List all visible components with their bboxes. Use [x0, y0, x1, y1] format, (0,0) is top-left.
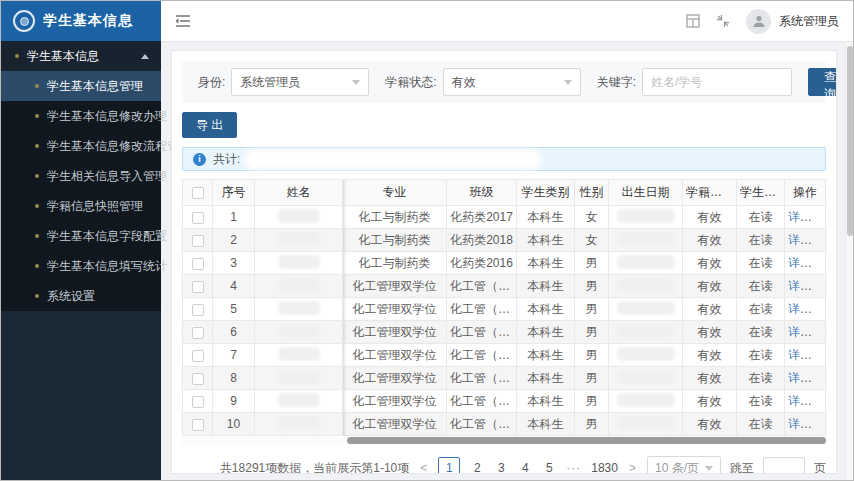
modify-link[interactable]: 修改 — [825, 210, 826, 224]
row-checkbox[interactable] — [192, 235, 204, 247]
vertical-scrollbar-thumb[interactable] — [847, 46, 853, 236]
modify-link[interactable]: 修改 — [825, 279, 826, 293]
divider — [818, 304, 819, 315]
column-header[interactable]: 出生日期 — [609, 180, 683, 206]
horizontal-scrollbar-thumb[interactable] — [347, 437, 826, 444]
keyword-input[interactable] — [642, 68, 792, 96]
page-button[interactable]: ··· — [566, 461, 581, 474]
cell-class: 化工管（双... — [447, 344, 517, 367]
modify-link[interactable]: 修改 — [825, 417, 826, 431]
keyword-label: 关键字: — [597, 74, 636, 91]
modify-link[interactable]: 修改 — [825, 371, 826, 385]
table-row: 4 化工管理双学位 化工管（双... 本科生 男 有效 在读 详情修改 — [183, 275, 826, 298]
horizontal-scrollbar[interactable] — [182, 437, 826, 445]
sidebar-item[interactable]: 系统设置 — [1, 281, 161, 311]
vertical-scrollbar[interactable] — [845, 42, 853, 480]
jump-page-input[interactable] — [763, 457, 805, 475]
detail-link[interactable]: 详情 — [788, 233, 812, 247]
cell-birth-date — [609, 367, 683, 390]
identity-select[interactable]: 系统管理员 — [231, 68, 369, 96]
cell-name — [255, 252, 343, 275]
row-checkbox[interactable] — [192, 212, 204, 224]
prev-page-button[interactable]: < — [418, 461, 429, 474]
row-checkbox[interactable] — [192, 281, 204, 293]
column-header[interactable]: 学生类别 — [517, 180, 575, 206]
sidebar-item[interactable]: 学生基本信息管理 — [1, 71, 161, 101]
bullet-icon — [15, 54, 19, 58]
modify-link[interactable]: 修改 — [825, 256, 826, 270]
row-select-cell — [183, 298, 213, 321]
detail-link[interactable]: 详情 — [788, 325, 812, 339]
select-all-checkbox[interactable] — [192, 187, 204, 199]
logo-bar: 学生基本信息 — [1, 1, 161, 41]
table-row: 2 化工与制药类 化药类2018 本科生 女 有效 在读 详情修改 — [183, 229, 826, 252]
row-checkbox[interactable] — [192, 373, 204, 385]
page-size-select[interactable]: 10 条/页 — [647, 456, 721, 474]
user-name[interactable]: 系统管理员 — [779, 13, 839, 30]
redacted-name — [280, 257, 318, 267]
redacted-name — [280, 349, 318, 359]
page-button[interactable]: 1 — [438, 457, 460, 474]
row-checkbox[interactable] — [192, 327, 204, 339]
page-buttons: 12345···1830 — [438, 457, 618, 474]
redacted-summary — [248, 153, 538, 166]
cell-gender: 男 — [575, 413, 609, 436]
detail-link[interactable]: 详情 — [788, 210, 812, 224]
row-checkbox[interactable] — [192, 304, 204, 316]
column-header[interactable]: 姓名 — [255, 180, 343, 206]
column-header[interactable]: 班级 — [447, 180, 517, 206]
detail-link[interactable]: 详情 — [788, 302, 812, 316]
column-header[interactable]: 学籍状态 — [683, 180, 737, 206]
search-button[interactable]: 查 询 — [808, 68, 837, 96]
row-checkbox[interactable] — [192, 350, 204, 362]
row-checkbox[interactable] — [192, 419, 204, 431]
layout-grid-icon[interactable] — [686, 14, 700, 28]
cell-name — [255, 298, 343, 321]
cell-class: 化工管（双... — [447, 413, 517, 436]
cell-actions: 详情修改 — [785, 275, 826, 298]
modify-link[interactable]: 修改 — [825, 233, 826, 247]
sidebar-item[interactable]: 学生相关信息导入管理 — [1, 161, 161, 191]
cell-actions: 详情修改 — [785, 321, 826, 344]
toolbar: 导 出 — [182, 112, 826, 138]
row-checkbox[interactable] — [192, 258, 204, 270]
page-button[interactable]: 5 — [542, 461, 556, 474]
modify-link[interactable]: 修改 — [825, 394, 826, 408]
cell-index: 8 — [213, 367, 255, 390]
sidebar-item[interactable]: 学籍信息快照管理 — [1, 191, 161, 221]
cell-student-status: 在读 — [737, 206, 785, 229]
detail-link[interactable]: 详情 — [788, 279, 812, 293]
modify-link[interactable]: 修改 — [825, 325, 826, 339]
sidebar-item[interactable]: 学生基本信息填写统计 — [1, 251, 161, 281]
sidebar-item[interactable]: 学生基本信息修改流程管理 — [1, 131, 161, 161]
detail-link[interactable]: 详情 — [788, 371, 812, 385]
export-button[interactable]: 导 出 — [182, 112, 237, 138]
page-button[interactable]: 4 — [518, 461, 532, 474]
cell-major: 化工管理双学位 — [343, 390, 447, 413]
status-select[interactable]: 有效 — [443, 68, 581, 96]
page-button[interactable]: 2 — [470, 461, 484, 474]
sidebar-item[interactable]: 学生基本信息修改办理 — [1, 101, 161, 131]
cell-name — [255, 367, 343, 390]
next-page-button[interactable]: > — [627, 461, 638, 474]
row-checkbox[interactable] — [192, 396, 204, 408]
detail-link[interactable]: 详情 — [788, 417, 812, 431]
column-header[interactable]: 性别 — [575, 180, 609, 206]
sidebar-item[interactable]: 学生基本信息字段配置 — [1, 221, 161, 251]
detail-link[interactable]: 详情 — [788, 394, 812, 408]
column-header[interactable]: 学生状态 — [737, 180, 785, 206]
user-avatar[interactable] — [746, 9, 771, 34]
detail-link[interactable]: 详情 — [788, 256, 812, 270]
column-header[interactable]: 操作 — [785, 180, 826, 206]
page-button[interactable]: 3 — [494, 461, 508, 474]
menu-fold-icon[interactable] — [175, 14, 191, 28]
modify-link[interactable]: 修改 — [825, 348, 826, 362]
content-area: 身份: 系统管理员 学籍状态: 有效 关键字 — [161, 42, 845, 480]
detail-link[interactable]: 详情 — [788, 348, 812, 362]
page-button[interactable]: 1830 — [591, 461, 618, 474]
column-header[interactable]: 序号 — [213, 180, 255, 206]
modify-link[interactable]: 修改 — [825, 302, 826, 316]
column-header[interactable]: 专业 — [343, 180, 447, 206]
sidebar-group-student-info[interactable]: 学生基本信息 — [1, 41, 161, 71]
fullscreen-icon[interactable] — [716, 14, 730, 28]
